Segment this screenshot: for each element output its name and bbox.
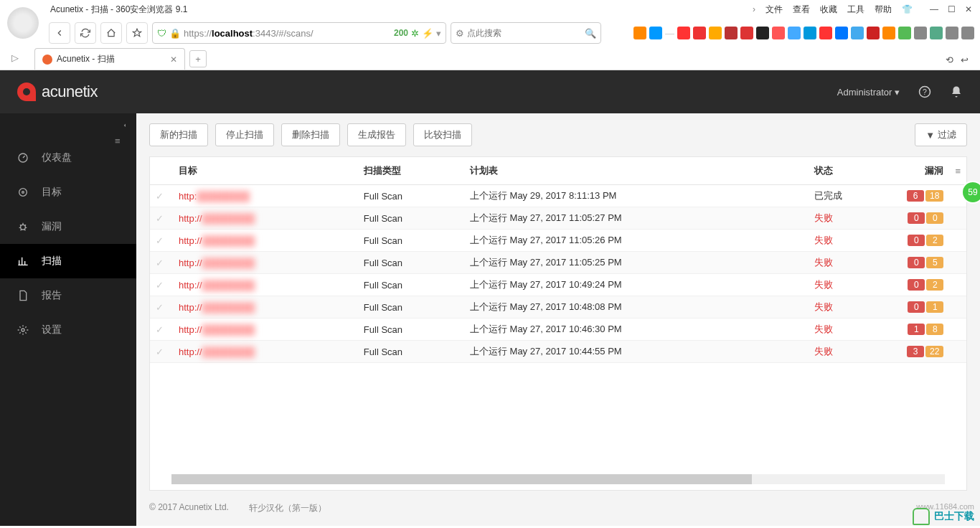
delete-scan-button[interactable]: 删除扫描 <box>281 123 340 146</box>
bell-icon[interactable] <box>950 85 963 98</box>
check-icon[interactable]: ✓ <box>156 258 167 268</box>
filter-button[interactable]: ▼ 过滤 <box>915 123 967 146</box>
check-icon[interactable]: ✓ <box>156 302 167 313</box>
cell-target[interactable]: http://████████ <box>173 296 358 319</box>
cell-target[interactable]: http://████████ <box>173 207 358 230</box>
skin-icon[interactable]: 👕 <box>902 4 913 14</box>
col-status[interactable]: 状态 <box>809 157 892 185</box>
extension-icon[interactable] <box>835 27 848 39</box>
table-row[interactable]: ✓http://████████Full Scan上个运行 May 27, 20… <box>150 207 966 230</box>
cell-target[interactable]: http://████████ <box>173 274 358 296</box>
search-input[interactable] <box>467 28 582 38</box>
menu-fav[interactable]: 收藏 <box>820 4 837 16</box>
sidebar-item-targets[interactable]: 目标 <box>0 175 136 209</box>
extension-icon[interactable] <box>882 27 895 39</box>
extension-icon[interactable] <box>946 27 958 39</box>
sidebar-item-vulns[interactable]: 漏洞 <box>0 209 136 244</box>
cell-vuln: 05 <box>892 252 949 274</box>
extension-icon[interactable] <box>709 27 722 39</box>
check-icon[interactable]: ✓ <box>156 213 167 224</box>
extension-icon[interactable] <box>772 27 785 39</box>
table-row[interactable]: ✓http://████████Full Scan上个运行 May 27, 20… <box>150 296 966 319</box>
extension-icon[interactable] <box>898 27 911 39</box>
back-button[interactable] <box>49 22 70 44</box>
maximize-icon[interactable]: ☐ <box>946 4 957 15</box>
col-vuln[interactable]: 漏洞 <box>892 157 949 185</box>
extension-icon[interactable] <box>633 27 646 39</box>
extension-icon[interactable] <box>867 27 880 39</box>
check-icon[interactable]: ✓ <box>156 346 167 357</box>
cell-target[interactable]: http://████████ <box>173 341 358 363</box>
search-icon[interactable]: 🔍 <box>585 28 596 39</box>
sidebar-collapse-icon[interactable]: ≡ <box>115 121 128 133</box>
tab-expand-icon[interactable]: ▷ <box>11 52 23 64</box>
table-row[interactable]: ✓http://████████Full Scan上个运行 May 27, 20… <box>150 230 966 252</box>
extension-icon[interactable] <box>788 27 801 39</box>
sidebar-item-scans[interactable]: 扫描 <box>0 244 136 278</box>
col-schedule[interactable]: 计划表 <box>464 157 809 185</box>
col-menu-icon[interactable]: ≡ <box>949 157 966 185</box>
extension-icon[interactable] <box>740 27 753 39</box>
security-score-badge[interactable]: 59 <box>963 182 980 202</box>
cell-target[interactable]: http:████████ <box>173 185 358 207</box>
extension-icon[interactable] <box>693 27 706 39</box>
chevron-right-icon[interactable]: › <box>753 4 755 14</box>
cell-target[interactable]: http://████████ <box>173 252 358 274</box>
search-bar[interactable]: ⚙ 🔍 <box>451 22 601 44</box>
minimize-icon[interactable]: — <box>928 4 940 15</box>
check-icon[interactable]: ✓ <box>156 191 167 202</box>
browser-avatar[interactable] <box>7 7 39 39</box>
table-row[interactable]: ✓http://████████Full Scan上个运行 May 27, 20… <box>150 341 966 363</box>
extension-icon[interactable] <box>756 27 769 39</box>
check-icon[interactable]: ✓ <box>156 235 167 246</box>
dropdown-icon[interactable]: ▾ <box>436 28 441 39</box>
check-icon[interactable]: ✓ <box>156 324 167 335</box>
col-target[interactable]: 目标 <box>173 157 358 185</box>
table-row[interactable]: ✓http://████████Full Scan上个运行 May 27, 20… <box>150 319 966 341</box>
extension-icon[interactable] <box>914 27 927 39</box>
cell-target[interactable]: http://████████ <box>173 319 358 341</box>
check-icon[interactable]: ✓ <box>156 280 167 291</box>
menu-view[interactable]: 查看 <box>793 4 810 16</box>
extension-icon[interactable] <box>930 27 943 39</box>
new-tab-button[interactable]: + <box>189 50 207 67</box>
new-scan-button[interactable]: 新的扫描 <box>149 123 208 146</box>
gen-report-button[interactable]: 生成报告 <box>347 123 406 146</box>
undo-tab-icon[interactable]: ↩ <box>961 55 969 65</box>
sidebar-item-settings[interactable]: 设置 <box>0 313 136 347</box>
menu-tools[interactable]: 工具 <box>847 4 864 16</box>
extension-icon[interactable] <box>961 27 974 39</box>
stop-scan-button[interactable]: 停止扫描 <box>215 123 274 146</box>
col-checkbox[interactable] <box>150 157 173 185</box>
brand-logo[interactable]: acunetix <box>17 82 98 101</box>
favorite-button[interactable] <box>126 22 148 44</box>
extension-icon[interactable] <box>677 27 690 39</box>
browser-tab[interactable]: Acunetix - 扫描 ✕ <box>34 48 185 70</box>
user-menu[interactable]: Administrator ▾ <box>837 87 900 98</box>
search-engine-icon[interactable]: ⚙ <box>456 28 464 39</box>
menu-file[interactable]: 文件 <box>765 4 783 16</box>
extension-icon[interactable] <box>819 27 832 39</box>
col-scan-type[interactable]: 扫描类型 <box>358 157 464 185</box>
help-icon[interactable]: ? <box>918 85 931 98</box>
menu-help[interactable]: 帮助 <box>875 4 892 16</box>
restore-tab-icon[interactable]: ⟲ <box>946 55 953 65</box>
extension-icon[interactable] <box>851 27 864 39</box>
extension-icon[interactable] <box>804 27 816 39</box>
lock-icon: 🔒 <box>169 28 181 39</box>
table-row[interactable]: ✓http://████████Full Scan上个运行 May 27, 20… <box>150 274 966 296</box>
close-window-icon[interactable]: ✕ <box>963 4 974 15</box>
compare-scan-button[interactable]: 比较扫描 <box>413 123 472 146</box>
sidebar-item-reports[interactable]: 报告 <box>0 278 136 313</box>
tab-title: Acunetix - 扫描 <box>57 53 115 65</box>
cell-target[interactable]: http://████████ <box>173 230 358 252</box>
horizontal-scrollbar[interactable] <box>171 474 945 484</box>
tab-close-icon[interactable]: ✕ <box>170 55 177 65</box>
table-row[interactable]: ✓http:████████Full Scan上个运行 May 29, 2017… <box>150 185 966 207</box>
extension-icon[interactable] <box>725 27 738 39</box>
table-row[interactable]: ✓http://████████Full Scan上个运行 May 27, 20… <box>150 252 966 274</box>
reload-button[interactable] <box>75 22 96 44</box>
address-bar[interactable]: 🛡 🔒 https://localhost:3443/#/scans/ 200 … <box>152 22 446 44</box>
extension-icon[interactable] <box>649 27 662 39</box>
home-button[interactable] <box>100 22 122 44</box>
